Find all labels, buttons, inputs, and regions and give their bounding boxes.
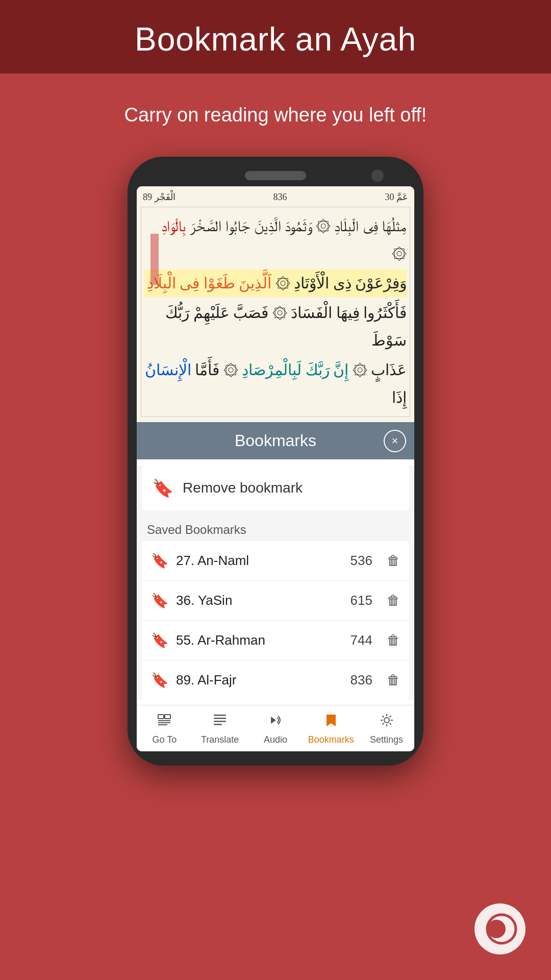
svg-rect-2 (158, 720, 170, 721)
nav-item-translate[interactable]: Translate (192, 705, 248, 751)
page-number: 836 (273, 192, 287, 203)
nav-label-goto: Go To (153, 734, 177, 745)
close-icon: × (392, 434, 398, 448)
ayah-row-4: عَذَابٍ ۞ إِنَّ رَبَّكَ لَبِالْمِرْصَادِ… (144, 356, 407, 411)
bookmark-page-3: 836 (350, 672, 372, 688)
ayah-row-1: مِثلُهَا فِى الْبِلَادِ ۞ وَثَمُودَ الَّ… (144, 212, 407, 267)
svg-rect-6 (214, 718, 226, 719)
nav-label-settings: Settings (370, 734, 403, 745)
nav-item-settings[interactable]: Settings (359, 705, 414, 751)
nav-item-goto[interactable]: Go To (137, 705, 192, 751)
svg-rect-0 (158, 715, 164, 719)
ayah-row-2: وَفِرْعَوْنَ ذِى الْأَوْتَادِ ۞ اَلَّذِي… (144, 270, 407, 297)
svg-rect-4 (158, 724, 167, 725)
settings-icon (379, 713, 394, 731)
remove-bookmark-label: Remove bookmark (183, 480, 303, 496)
close-button[interactable]: × (384, 430, 406, 452)
page-title: Bookmark an Ayah (10, 20, 541, 58)
page-header-bar: 89 الْفَجْر 836 30 عَمَّ (141, 191, 410, 203)
remove-bookmark-row[interactable]: 🔖 Remove bookmark (142, 465, 409, 510)
bookmarks-overlay: Bookmarks × (137, 422, 414, 459)
svg-rect-7 (214, 721, 226, 722)
bookmark-name-2: 55. Ar-Rahman (176, 632, 343, 648)
phone-camera (371, 169, 384, 182)
bookmark-icon-0: 🔖 (151, 552, 169, 569)
bookmark-item-2[interactable]: 🔖 55. Ar-Rahman 744 🗑 (142, 621, 409, 660)
svg-marker-9 (271, 717, 276, 724)
nav-label-audio: Audio (264, 734, 287, 745)
nav-label-bookmarks: Bookmarks (308, 734, 354, 745)
bottom-nav: Go To Translate (137, 705, 414, 751)
bookmark-remove-icon: 🔖 (152, 478, 173, 498)
app-logo (474, 903, 525, 954)
bookmarks-title: Bookmarks (235, 431, 316, 450)
bookmark-page-2: 744 (350, 632, 372, 648)
bookmark-page-1: 615 (350, 593, 372, 608)
phone-notch (137, 171, 414, 180)
phone-frame: 89 الْفَجْر 836 30 عَمَّ مِثلُهَا فِى ال… (128, 157, 423, 766)
phone-container: 89 الْفَجْر 836 30 عَمَّ مِثلُهَا فِى ال… (0, 146, 551, 766)
phone-screen: 89 الْفَجْر 836 30 عَمَّ مِثلُهَا فِى ال… (137, 186, 414, 751)
bookmark-name-3: 89. Al-Fajr (176, 672, 343, 688)
svg-point-12 (487, 920, 506, 938)
bookmark-page-0: 536 (350, 553, 372, 569)
bookmark-item-1[interactable]: 🔖 36. YaSin 615 🗑 (142, 581, 409, 621)
bookmarks-header: Bookmarks × (137, 422, 414, 459)
delete-icon-1[interactable]: 🗑 (387, 593, 400, 608)
surah-label: 89 الْفَجْر (143, 191, 176, 203)
delete-icon-0[interactable]: 🗑 (387, 553, 400, 569)
bookmark-icon-2: 🔖 (151, 632, 169, 649)
juz-label: 30 عَمَّ (385, 191, 409, 203)
nav-label-translate: Translate (201, 734, 239, 745)
svg-rect-1 (165, 715, 170, 719)
bookmarks-panel: 🔖 Remove bookmark Saved Bookmarks 🔖 27. … (137, 465, 414, 700)
audio-icon (268, 713, 283, 731)
svg-rect-8 (214, 724, 222, 725)
bookmark-item-3[interactable]: 🔖 89. Al-Fajr 836 🗑 (142, 660, 409, 700)
goto-icon (157, 713, 172, 731)
saved-bookmarks-label: Saved Bookmarks (137, 517, 414, 541)
svg-rect-3 (158, 722, 170, 723)
delete-icon-3[interactable]: 🗑 (387, 672, 400, 688)
svg-point-10 (384, 718, 389, 723)
bookmark-icon-1: 🔖 (151, 592, 169, 609)
phone-speaker (245, 171, 306, 180)
translate-icon (212, 713, 228, 731)
bookmark-list: 🔖 27. An-Naml 536 🗑 🔖 36. YaSin 615 🗑 🔖 … (142, 541, 409, 700)
quran-page: 89 الْفَجْر 836 30 عَمَّ مِثلُهَا فِى ال… (137, 186, 414, 422)
app-header: Bookmark an Ayah (0, 0, 551, 74)
nav-item-bookmarks[interactable]: Bookmarks (303, 705, 359, 751)
quran-text-area: مِثلُهَا فِى الْبِلَادِ ۞ وَثَمُودَ الَّ… (141, 207, 410, 417)
bookmarks-nav-icon (323, 713, 339, 731)
delete-icon-2[interactable]: 🗑 (387, 632, 400, 648)
ayah-row-3: فَأَكْثَرُوا فِيهَا الْفَسَادَ ۞ فَصَبَّ… (144, 299, 407, 354)
red-marker (151, 234, 159, 285)
bookmark-name-1: 36. YaSin (176, 593, 343, 608)
nav-item-audio[interactable]: Audio (248, 705, 304, 751)
svg-rect-5 (214, 715, 226, 716)
bookmark-icon-3: 🔖 (151, 672, 169, 689)
bookmark-item-0[interactable]: 🔖 27. An-Naml 536 🗑 (142, 541, 409, 581)
subtitle-text: Carry on reading where you left off! (0, 74, 551, 146)
bookmark-name-0: 27. An-Naml (176, 553, 343, 569)
